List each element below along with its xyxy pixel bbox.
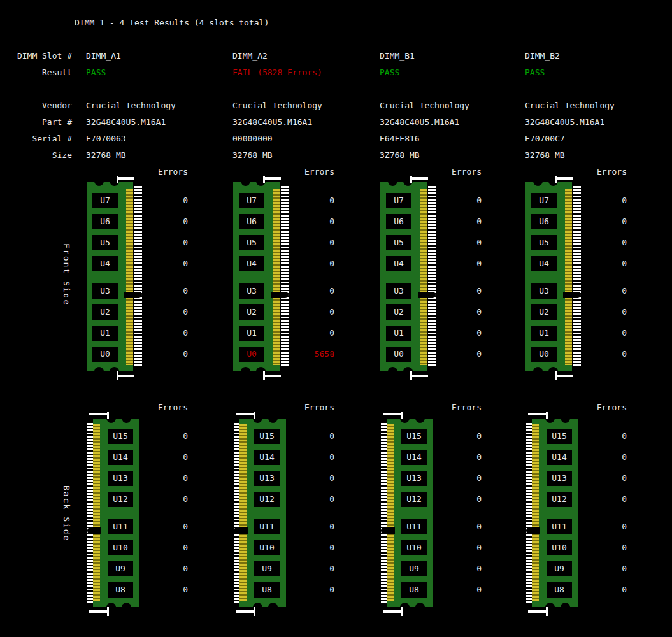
chip-error-count: 0	[232, 543, 334, 552]
chip-error-count: 0	[86, 543, 188, 552]
chip-error-count: 0	[380, 432, 482, 441]
socket-contacts	[134, 186, 142, 368]
chip-error-count: 5658	[232, 350, 334, 359]
gold-edge-pins	[565, 189, 572, 365]
socket-contacts	[573, 186, 581, 368]
chip-error-count: 0	[525, 308, 627, 317]
dimm-vendor: Crucial Technology	[380, 101, 469, 110]
chip-error-count: 0	[525, 217, 627, 226]
chip-error-count: 0	[232, 308, 334, 317]
dimm-part-number: 32G48C40U5.M16A1	[232, 118, 312, 127]
socket-contacts	[428, 186, 436, 368]
chip-error-count: 0	[380, 585, 482, 594]
chip-error-count: 0	[86, 238, 188, 247]
chip-error-count: 0	[380, 564, 482, 573]
chip-error-count: 0	[86, 564, 188, 573]
gold-edge-pins	[126, 189, 133, 365]
socket-bar-bottom	[528, 610, 548, 613]
chip-error-count: 0	[380, 495, 482, 504]
socket-bar-bottom	[263, 375, 281, 377]
dimm-part-number: 32G48C40U5.M16A1	[380, 118, 459, 127]
dimm-size: 32768 MB	[232, 151, 273, 160]
label-result: Result	[0, 68, 72, 77]
socket-bar-top	[410, 177, 428, 180]
socket-contacts	[87, 423, 93, 603]
mount-notch	[94, 176, 104, 186]
socket-bar-top	[528, 413, 548, 415]
chip-error-count: 0	[232, 564, 334, 573]
mount-notch	[533, 367, 543, 376]
chip-error-count: 0	[380, 350, 482, 359]
socket-bar-bottom	[89, 610, 109, 613]
socket-bar-top	[117, 177, 134, 180]
dimm-vendor: Crucial Technology	[232, 101, 322, 110]
socket-contacts	[234, 423, 239, 603]
chip-error-count: 0	[86, 196, 188, 205]
chip-error-count: 0	[232, 432, 334, 441]
chip-error-count: 0	[380, 329, 482, 338]
mount-notch	[415, 603, 425, 612]
dimm-vendor: Crucial Technology	[86, 101, 176, 110]
mount-notch	[122, 413, 131, 423]
gold-edge-pins	[239, 424, 247, 601]
label-size: Size	[0, 151, 72, 160]
socket-bar-top	[236, 413, 255, 415]
socket-contacts	[381, 423, 387, 603]
dimm-slot-name: DIMM_A1	[86, 52, 121, 61]
chip-error-count: 0	[232, 585, 334, 594]
chip-error-count: 0	[86, 474, 188, 483]
dimm-result: PASS	[380, 68, 399, 77]
socket-bar-bottom	[410, 375, 428, 377]
socket-contacts	[526, 423, 532, 603]
dimm-test-results-screen: DIMM 1 - 4 Test Results (4 slots total) …	[0, 0, 672, 637]
chip-error-count: 0	[232, 522, 334, 531]
mount-notch	[268, 603, 278, 612]
chip-error-count: 0	[525, 238, 627, 247]
chip-error-count: 0	[525, 350, 627, 359]
dimm-serial-number: 00000000	[232, 134, 273, 143]
chip-error-count: 0	[525, 453, 627, 462]
chip-error-count: 0	[232, 453, 334, 462]
gold-edge-pins	[532, 424, 539, 601]
chip-error-count: 0	[86, 350, 188, 359]
chip-error-count: 0	[232, 196, 334, 205]
dimm-result: PASS	[525, 68, 545, 77]
errors-header-front: Errors	[525, 168, 627, 176]
dimm-serial-number: E64FE816	[380, 134, 420, 143]
mount-notch	[241, 176, 250, 186]
errors-header-front: Errors	[232, 168, 334, 176]
errors-header-back: Errors	[380, 403, 482, 412]
chip-error-count: 0	[525, 287, 627, 296]
dimm-vendor: Crucial Technology	[525, 101, 615, 110]
dimm-size: 32768 MB	[525, 151, 565, 160]
dimm-size: 3Z768 MB	[380, 151, 420, 160]
mount-notch	[388, 176, 397, 186]
chip-error-count: 0	[525, 585, 627, 594]
socket-bar-top	[555, 177, 573, 180]
chip-error-count: 0	[380, 259, 482, 268]
chip-error-count: 0	[232, 259, 334, 268]
dimm-column-dimm_a1: DIMM_A1 PASS Crucial Technology 32G48C40…	[86, 0, 194, 637]
chip-error-count: 0	[380, 474, 482, 483]
dimm-result: PASS	[86, 68, 106, 77]
chip-error-count: 0	[86, 453, 188, 462]
chip-error-count: 0	[380, 522, 482, 531]
chip-error-count: 0	[232, 329, 334, 338]
chip-error-count: 0	[380, 308, 482, 317]
dimm-column-dimm_b1: DIMM_B1 PASS Crucial Technology 32G48C40…	[380, 0, 488, 637]
socket-bar-bottom	[555, 375, 573, 377]
dimm-serial-number: E7070063	[86, 134, 126, 143]
chip-error-count: 0	[525, 432, 627, 441]
dimm-size: 32768 MB	[86, 151, 126, 160]
chip-error-count: 0	[232, 217, 334, 226]
dimm-part-number: 32G48C40U5.M16A1	[86, 118, 166, 127]
mount-notch	[533, 176, 543, 186]
chip-error-count: 0	[232, 238, 334, 247]
label-part: Part #	[0, 118, 72, 127]
chip-error-count: 0	[232, 495, 334, 504]
chip-error-count: 0	[86, 522, 188, 531]
mount-notch	[415, 413, 425, 423]
dimm-column-dimm_a2: DIMM_A2 FAIL (5828 Errors) Crucial Techn…	[232, 0, 341, 637]
mount-notch	[241, 367, 250, 376]
chip-error-count: 0	[86, 329, 188, 338]
